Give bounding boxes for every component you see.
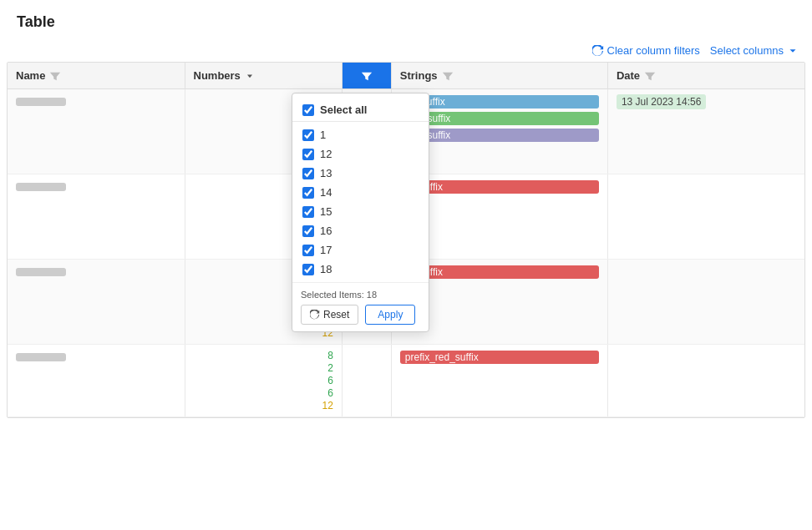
selected-count-label: Selected Items: 18 <box>301 290 420 300</box>
sort-icon[interactable] <box>245 71 255 81</box>
filter-item-17[interactable]: 17 <box>292 240 429 260</box>
checkbox-16[interactable] <box>302 225 314 237</box>
checkbox-13[interactable] <box>302 168 314 179</box>
checkbox-12[interactable] <box>302 149 314 160</box>
dropdown-footer: Selected Items: 18 Reset Apply <box>292 282 429 331</box>
filter-item-16[interactable]: 16 <box>292 221 429 240</box>
select-columns-button[interactable]: Select columns <box>710 44 799 57</box>
select-all-checkbox[interactable] <box>302 104 314 116</box>
reset-button[interactable]: Reset <box>301 305 358 325</box>
col-header-date: Date <box>607 63 804 89</box>
reset-icon <box>310 310 320 320</box>
name-blur-1 <box>16 98 66 106</box>
col-header-strings: Strings <box>391 63 607 89</box>
cell-name-1 <box>8 89 185 174</box>
cell-name-4 <box>8 345 185 417</box>
cell-date-2 <box>607 174 804 260</box>
page-title: Table <box>0 0 812 39</box>
cell-name-2 <box>8 174 185 260</box>
checkbox-17[interactable] <box>302 245 314 256</box>
dropdown-scroll-area[interactable]: Select all 1 12 13 14 15 <box>292 93 429 282</box>
date-filter-icon[interactable] <box>644 70 656 82</box>
filter-item-1[interactable]: 1 <box>292 125 429 144</box>
toolbar: Clear column filters Select columns <box>0 39 812 62</box>
checkbox-14[interactable] <box>302 187 314 199</box>
select-all-row[interactable]: Select all <box>292 100 429 122</box>
checkbox-1[interactable] <box>302 129 314 141</box>
select-all-label: Select all <box>320 103 367 116</box>
col-header-numbers: Numbers <box>185 63 342 89</box>
name-blur-2 <box>16 183 66 191</box>
cell-numbers-4: 8 2 6 6 12 <box>185 345 342 417</box>
name-filter-icon[interactable] <box>49 70 61 82</box>
filter-item-15[interactable]: 15 <box>292 202 429 221</box>
cell-date-3 <box>607 260 804 345</box>
clear-filters-button[interactable]: Clear column filters <box>592 44 700 57</box>
filter-item-12[interactable]: 12 <box>292 144 429 164</box>
active-filter-icon <box>361 70 373 82</box>
filter-item-18[interactable]: 18 <box>292 260 429 279</box>
refresh-icon <box>592 45 604 57</box>
cell-date-4 <box>607 345 804 417</box>
strings-filter-icon[interactable] <box>442 70 454 82</box>
chevron-down-icon <box>787 45 799 57</box>
table-row: 8 2 6 6 12 prefix_red_suffix <box>8 345 804 417</box>
cell-date-1: 13 Jul 2023 14:56 <box>607 89 804 174</box>
filter-dropdown: Select all 1 12 13 14 15 <box>292 93 429 332</box>
table-header-row: Name Numbers <box>8 63 804 89</box>
checkbox-18[interactable] <box>302 264 314 275</box>
col-header-name: Name <box>8 63 185 89</box>
cell-name-3 <box>8 260 185 345</box>
filter-item-14[interactable]: 14 <box>292 183 429 202</box>
col-header-active-filter[interactable] <box>342 63 391 89</box>
apply-button[interactable]: Apply <box>365 305 415 325</box>
cell-active-4 <box>342 345 391 417</box>
filter-item-13[interactable]: 13 <box>292 164 429 183</box>
name-blur-4 <box>16 353 66 361</box>
checkbox-15[interactable] <box>302 206 314 218</box>
table-wrap: Name Numbers <box>7 62 805 418</box>
name-blur-3 <box>16 268 66 276</box>
cell-strings-4: prefix_red_suffix <box>391 345 607 417</box>
